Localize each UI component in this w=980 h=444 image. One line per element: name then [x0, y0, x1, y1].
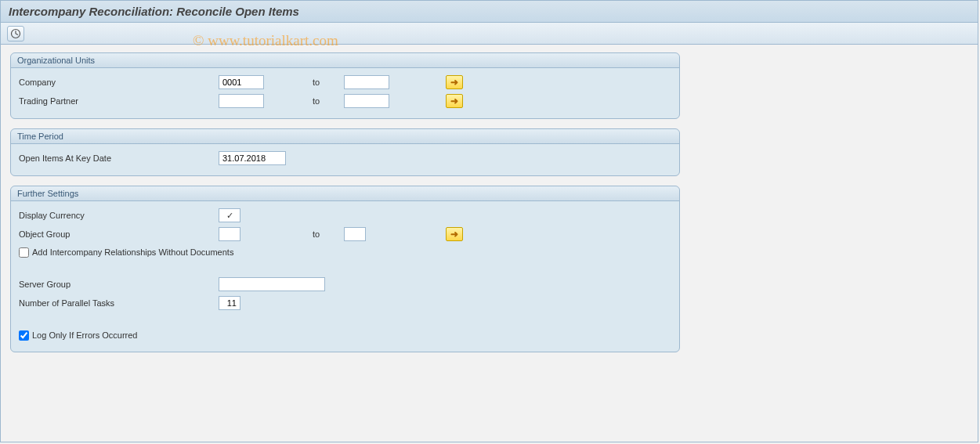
checkbox-display-currency[interactable]: ✓	[219, 208, 240, 222]
label-company: Company	[19, 78, 219, 87]
group-title-org: Organizational Units	[11, 53, 679, 68]
label-parallel-tasks: Number of Parallel Tasks	[19, 298, 219, 308]
execute-button[interactable]	[7, 26, 24, 42]
label-server-group: Server Group	[19, 280, 219, 289]
input-server-group[interactable]	[219, 277, 325, 291]
row-server-group: Server Group	[19, 275, 671, 294]
label-log-errors: Log Only If Errors Occurred	[32, 330, 138, 340]
svg-line-2	[16, 34, 18, 35]
content-area: Organizational Units Company to ➜ Tradin…	[1, 45, 978, 370]
label-object-group-to: to	[297, 229, 344, 239]
arrow-right-icon: ➜	[450, 77, 458, 88]
row-keydate: Open Items At Key Date	[19, 149, 671, 168]
checkbox-log-errors[interactable]	[19, 330, 29, 341]
window-frame: Intercompany Reconciliation: Reconcile O…	[0, 0, 978, 442]
row-display-currency: Display Currency ✓	[19, 206, 671, 225]
label-company-to: to	[297, 78, 344, 87]
row-add-relationships: Add Intercompany Relationships Without D…	[19, 244, 671, 261]
page-title: Intercompany Reconciliation: Reconcile O…	[1, 1, 978, 23]
label-keydate: Open Items At Key Date	[19, 153, 219, 163]
group-organizational-units: Organizational Units Company to ➜ Tradin…	[10, 52, 680, 119]
multi-select-company-button[interactable]: ➜	[446, 75, 463, 89]
label-trading-partner: Trading Partner	[19, 96, 219, 106]
input-object-group-to[interactable]	[344, 227, 366, 241]
row-log-errors: Log Only If Errors Occurred	[19, 327, 671, 344]
arrow-right-icon: ➜	[450, 229, 458, 240]
group-title-time: Time Period	[11, 129, 679, 144]
input-trading-to[interactable]	[344, 94, 389, 108]
multi-select-object-group-button[interactable]: ➜	[446, 227, 463, 241]
multi-select-trading-button[interactable]: ➜	[446, 94, 463, 108]
input-parallel-tasks[interactable]	[219, 296, 240, 310]
label-object-group: Object Group	[19, 229, 219, 239]
input-company-from[interactable]	[219, 75, 264, 89]
checkbox-add-relationships[interactable]	[19, 247, 29, 258]
label-trading-to: to	[297, 96, 344, 106]
row-company: Company to ➜	[19, 73, 671, 92]
row-object-group: Object Group to ➜	[19, 225, 671, 244]
group-time-period: Time Period Open Items At Key Date	[10, 128, 680, 176]
toolbar	[1, 23, 978, 45]
clock-execute-icon	[10, 28, 21, 39]
group-further-settings: Further Settings Display Currency ✓ Obje…	[10, 186, 680, 352]
label-display-currency: Display Currency	[19, 211, 219, 220]
group-title-further: Further Settings	[11, 186, 679, 201]
input-object-group-from[interactable]	[219, 227, 240, 241]
input-company-to[interactable]	[344, 75, 389, 89]
input-keydate[interactable]	[219, 151, 286, 165]
label-add-relationships: Add Intercompany Relationships Without D…	[32, 247, 233, 257]
row-parallel-tasks: Number of Parallel Tasks	[19, 294, 671, 312]
input-trading-from[interactable]	[219, 94, 264, 108]
row-trading-partner: Trading Partner to ➜	[19, 92, 671, 110]
arrow-right-icon: ➜	[450, 96, 458, 106]
